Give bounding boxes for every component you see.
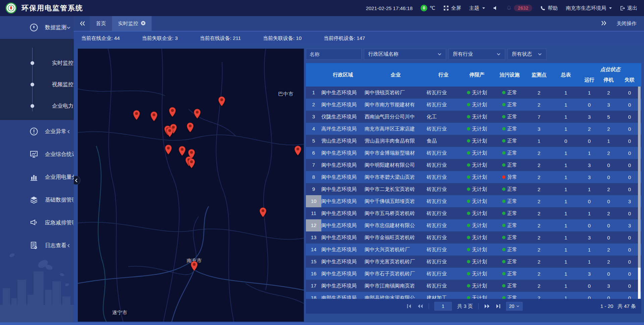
map-pin[interactable] bbox=[165, 145, 172, 156]
prev-page-button[interactable] bbox=[417, 304, 423, 309]
cell-company: 营山县润丰肉食品有限 bbox=[365, 138, 427, 144]
cell-region: 阆中生态环境局 bbox=[321, 247, 365, 253]
table-row[interactable]: 5营山生态环境局营山县润丰肉食品有限食品无计划正常10010 bbox=[306, 135, 641, 147]
map-pin[interactable] bbox=[178, 146, 186, 157]
theme-label: 主题 bbox=[469, 5, 479, 11]
row-index: 11 bbox=[306, 207, 321, 219]
table-row[interactable]: 2阆中生态环境局阆中市南方节能建材有砖瓦行业无计划正常21030 bbox=[306, 99, 641, 111]
cell-company: 阆中市忠信建材有限公 bbox=[365, 222, 427, 229]
table-row[interactable]: 13阆中生态环境局阆中市金福旺页岩机砖砖瓦行业无计划正常21300 bbox=[306, 231, 641, 243]
mute-speaker-button[interactable] bbox=[493, 5, 498, 11]
layers-icon bbox=[30, 196, 38, 204]
map-pin[interactable] bbox=[218, 96, 225, 108]
cell-stop-limit: 无计划 bbox=[460, 186, 494, 193]
cell-region: 阆中生态环境局 bbox=[321, 198, 365, 205]
tabs-scroll-right-button[interactable] bbox=[601, 21, 606, 26]
table-row[interactable]: 15阆中生态环境局阆中市光富页岩机砖厂砖瓦行业无计划正常21120 bbox=[306, 256, 641, 268]
status-filter-select[interactable]: 所有状态 bbox=[507, 49, 546, 60]
tabs-scroll-left-button[interactable] bbox=[74, 16, 90, 31]
sidebar-item-2[interactable]: 企业电力负荷明细 bbox=[0, 95, 74, 117]
map-pin[interactable] bbox=[259, 207, 267, 219]
sidebar-item-1[interactable]: 视频监控 bbox=[0, 74, 74, 95]
sidebar-group-1[interactable]: 企业异常 bbox=[0, 120, 74, 143]
page-size-select[interactable]: 20 bbox=[506, 302, 523, 311]
table-row[interactable]: 17阆中生态环境局阆中市江南镇阆南页岩砖瓦行业无计划正常21030 bbox=[306, 280, 641, 292]
sidebar-group-0[interactable]: 数据监测 bbox=[0, 16, 74, 39]
region-filter-select[interactable]: 行政区域名称 bbox=[364, 49, 446, 60]
tab-首页[interactable]: 首页 bbox=[90, 16, 112, 31]
last-page-button[interactable] bbox=[495, 304, 501, 309]
stat-2: 当前在线设备: 211 bbox=[200, 35, 241, 42]
sidebar-item-label: 视频监控 bbox=[52, 81, 73, 88]
org-label: 南充市生态环境局 bbox=[566, 5, 606, 11]
next-page-button[interactable] bbox=[484, 304, 490, 309]
map-pin[interactable] bbox=[166, 127, 173, 139]
facility-text: 正常 bbox=[507, 283, 517, 289]
map-pin[interactable] bbox=[294, 146, 302, 157]
help-button[interactable]: 帮助 bbox=[540, 5, 558, 11]
table-row[interactable]: 9阆中生态环境局阆中市二龙长宝页岩砖砖瓦行业无计划正常21120 bbox=[306, 183, 641, 195]
cell-region: 仪陇生态环境局 bbox=[321, 114, 365, 120]
table-row[interactable]: 14阆中生态环境局阆中大兴页岩机砖厂砖瓦行业无计划正常21120 bbox=[306, 243, 641, 256]
table-row[interactable]: 3仪陇生态环境局西南油气田分公司川中化工无计划正常71350 bbox=[306, 111, 641, 123]
map-pin[interactable] bbox=[194, 109, 201, 120]
table-row[interactable]: 18南部生态环境局南部县玳华水泥有限公建材加工无计划正常21000 bbox=[306, 292, 641, 299]
sidebar-submenu: 实时监控视频监控企业电力负荷明细 bbox=[0, 39, 74, 120]
app-root: 环保用电监管系统 2021-02-25 17:46:18 0 ℃ 全屏 主题 bbox=[0, 0, 644, 325]
industry-filter-select[interactable]: 所有行业 bbox=[448, 49, 505, 60]
cell-stop-limit: 无计划 bbox=[460, 295, 494, 299]
table-row[interactable]: 10阆中生态环境局阆中千佛镇五郎垭页岩砖瓦行业无计划正常21003 bbox=[306, 195, 641, 207]
cell-meters: 1 bbox=[552, 271, 579, 277]
table-row[interactable]: 7阆中生态环境局阆中明阳建材有限公司砖瓦行业无计划正常21300 bbox=[306, 159, 641, 171]
sidebar-item-0[interactable]: 实时监控 bbox=[0, 52, 74, 74]
sidebar-group-5[interactable]: 应急减排管理 bbox=[0, 211, 74, 234]
stat-value: 44 bbox=[114, 35, 120, 41]
map-pin[interactable] bbox=[133, 110, 140, 121]
status-dot-icon bbox=[502, 175, 505, 179]
map-pin[interactable] bbox=[186, 122, 194, 134]
table-row[interactable]: 4高坪生态环境局南充市高坪区王家店建砖瓦行业无计划正常31220 bbox=[306, 123, 641, 135]
table-row[interactable]: 6阆中生态环境局阆中市金博瑞新型墙材砖瓦行业无计划正常21120 bbox=[306, 147, 641, 159]
cell-meters: 1 bbox=[552, 259, 579, 265]
name-filter-input[interactable] bbox=[306, 49, 362, 60]
map-pin[interactable] bbox=[169, 107, 176, 118]
status-filter-value: 所有状态 bbox=[512, 51, 532, 57]
facility-text: 正常 bbox=[507, 259, 517, 265]
table-row[interactable]: 1阆中生态环境局阆中强锐页岩砖厂砖瓦行业无计划正常21120 bbox=[306, 87, 641, 99]
sidebar-group-3[interactable]: 企业用电量分析 bbox=[0, 166, 74, 188]
table-row[interactable]: 12阆中生态环境局阆中市忠信建材有限公砖瓦行业无计划正常21003 bbox=[306, 219, 641, 231]
main-area: 首页实时监控 关闭操作 当前在线企业: 44当前失联企业: 3当前在线设备: 2… bbox=[74, 16, 644, 325]
cell-run: 3 bbox=[579, 174, 599, 180]
stat-value: 10 bbox=[296, 35, 302, 41]
map-panel[interactable]: 巴中市南充市遂宁市 bbox=[78, 49, 304, 322]
sidebar-group-2[interactable]: 企业综合统计 bbox=[0, 143, 74, 166]
sidebar-group-4[interactable]: 基础数据管理 bbox=[0, 188, 74, 211]
cell-points: 2 bbox=[526, 186, 552, 192]
fullscreen-button[interactable]: 全屏 bbox=[443, 5, 461, 11]
map-pin[interactable] bbox=[191, 261, 198, 272]
datetime-text: 2021-02-25 17:46:18 bbox=[366, 5, 413, 11]
facility-text: 正常 bbox=[507, 210, 517, 217]
cell-meters: 1 bbox=[552, 114, 579, 120]
tab-close-icon[interactable] bbox=[141, 21, 146, 26]
cell-facility: 正常 bbox=[494, 126, 526, 132]
map-pin[interactable] bbox=[150, 111, 158, 123]
org-dropdown[interactable]: 南充市生态环境局 bbox=[566, 5, 612, 11]
row-index: 15 bbox=[306, 256, 321, 268]
map-pin[interactable] bbox=[188, 158, 195, 170]
status-dot-icon bbox=[502, 103, 505, 106]
table-row[interactable]: 16阆中生态环境局阆中市石子页岩机砖厂砖瓦行业无计划正常21300 bbox=[306, 268, 641, 280]
cell-points: 2 bbox=[526, 295, 552, 299]
first-page-button[interactable] bbox=[407, 304, 412, 309]
logout-button[interactable]: 退出 bbox=[620, 5, 637, 11]
alarm-badge[interactable]: 2632 bbox=[506, 5, 532, 11]
tab-实时监控[interactable]: 实时监控 bbox=[112, 16, 152, 31]
table-row[interactable]: 8阆中生态环境局阆中市枣碧大梁山页岩砖瓦行业无计划异常21300 bbox=[306, 171, 641, 183]
page-number-input[interactable] bbox=[434, 302, 452, 311]
close-operations-button[interactable]: 关闭操作 bbox=[616, 20, 637, 27]
cell-points: 3 bbox=[526, 126, 552, 132]
theme-dropdown[interactable]: 主题 bbox=[469, 5, 485, 11]
table-row[interactable]: 11阆中生态环境局阆中市五马桥页岩机砖砖瓦行业无计划正常21120 bbox=[306, 207, 641, 219]
temperature-unit: ℃ bbox=[430, 5, 435, 11]
table-scrollbar-thumb[interactable] bbox=[638, 87, 641, 268]
